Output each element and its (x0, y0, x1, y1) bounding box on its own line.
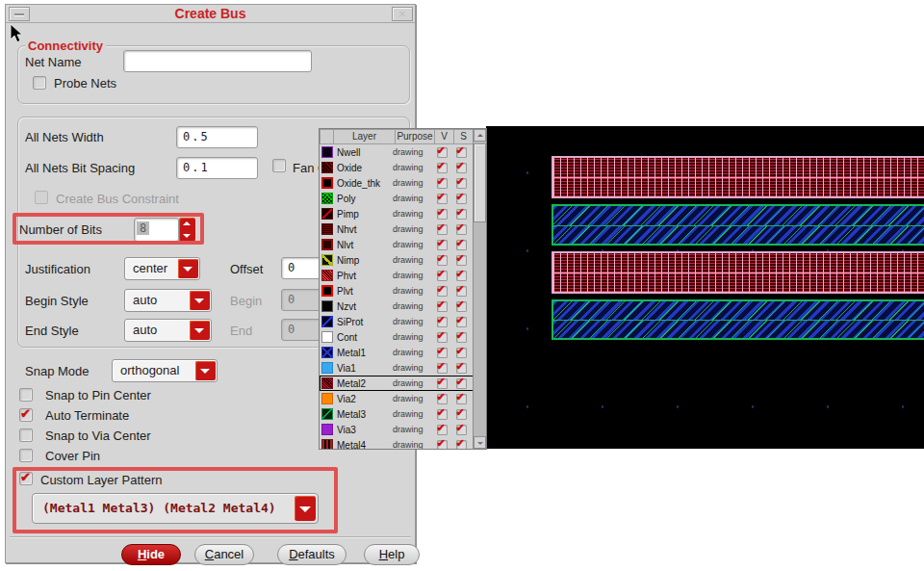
net-name-input[interactable] (123, 50, 312, 72)
snap-option-checkbox[interactable] (19, 408, 33, 422)
layer-row-via1[interactable]: Via1drawing (320, 360, 474, 376)
bus-bit[interactable] (553, 158, 924, 177)
layer-v-checkbox[interactable] (437, 240, 448, 250)
layer-row-plvt[interactable]: Plvtdrawing (320, 283, 474, 298)
layer-row-siprot[interactable]: SiProtdrawing (320, 314, 474, 329)
layer-v-checkbox[interactable] (437, 409, 448, 420)
layer-v-checkbox[interactable] (437, 286, 448, 297)
layer-s-checkbox[interactable] (456, 440, 467, 450)
bus-band-2[interactable] (552, 204, 924, 246)
pimp-swatch-icon[interactable] (321, 208, 333, 220)
chevron-down-icon[interactable] (195, 361, 216, 380)
begin-style-dropdown[interactable]: auto (124, 289, 212, 312)
header-corner-icon[interactable] (320, 129, 334, 144)
fan-checkbox[interactable] (272, 159, 286, 172)
all-nets-width-input[interactable]: 0.5 (176, 126, 258, 148)
layer-s-checkbox[interactable] (456, 240, 467, 250)
bus-band-1[interactable] (552, 156, 924, 198)
snap-option-checkbox[interactable] (19, 388, 33, 402)
header-purpose[interactable]: Purpose (396, 129, 435, 144)
scroll-up-icon[interactable] (474, 129, 486, 142)
justification-dropdown[interactable]: center (124, 257, 200, 280)
layer-row-cont[interactable]: Contdrawing (320, 329, 474, 345)
layer-s-checkbox[interactable] (456, 378, 467, 389)
bus-bit[interactable] (553, 177, 924, 196)
layer-v-checkbox[interactable] (437, 332, 448, 343)
layer-s-checkbox[interactable] (456, 163, 467, 173)
layer-row-metal1[interactable]: Metal1drawing (320, 345, 474, 360)
layer-v-checkbox[interactable] (437, 178, 448, 189)
end-style-dropdown[interactable]: auto (124, 319, 212, 342)
chevron-down-icon[interactable] (190, 321, 210, 340)
nlvt-swatch-icon[interactable] (321, 239, 333, 250)
layer-s-checkbox[interactable] (456, 271, 467, 281)
layer-v-checkbox[interactable] (437, 271, 448, 281)
layer-row-nimp[interactable]: Nimpdrawing (320, 252, 474, 268)
help-button[interactable]: Help (364, 544, 420, 565)
layer-s-checkbox[interactable] (456, 363, 467, 374)
layer-v-checkbox[interactable] (437, 163, 448, 173)
layer-s-checkbox[interactable] (456, 224, 467, 235)
layer-s-checkbox[interactable] (456, 425, 467, 435)
layer-s-checkbox[interactable] (456, 317, 467, 327)
layer-s-checkbox[interactable] (456, 147, 467, 158)
layer-row-metal2[interactable]: Metal2drawing (320, 376, 474, 391)
layer-row-poly[interactable]: Polydrawing (320, 191, 474, 206)
poly-swatch-icon[interactable] (321, 193, 333, 204)
via1-swatch-icon[interactable] (321, 362, 333, 374)
layer-s-checkbox[interactable] (456, 409, 467, 420)
bit-spacing-input[interactable]: 0.1 (176, 157, 258, 179)
layer-s-checkbox[interactable] (456, 255, 467, 266)
layer-v-checkbox[interactable] (437, 425, 448, 435)
layer-s-checkbox[interactable] (456, 348, 467, 358)
bus-band-4[interactable] (552, 299, 924, 340)
nimp-swatch-icon[interactable] (321, 254, 333, 266)
layer-row-nwell[interactable]: Nwelldrawing (320, 144, 474, 160)
oxide_thk-swatch-icon[interactable] (321, 177, 333, 189)
bus-bit[interactable] (553, 273, 924, 292)
chevron-down-icon[interactable] (190, 291, 210, 310)
scrollbar-thumb[interactable] (474, 143, 486, 222)
defaults-button[interactable]: Defaults (277, 544, 346, 565)
cont-swatch-icon[interactable] (321, 331, 333, 343)
bus-bit[interactable] (553, 301, 924, 320)
layer-row-oxide[interactable]: Oxidedrawing (320, 160, 474, 175)
layer-v-checkbox[interactable] (437, 317, 448, 327)
bus-bit[interactable] (553, 206, 924, 225)
header-v[interactable]: V (435, 129, 454, 144)
layout-canvas[interactable] (486, 126, 924, 449)
layer-s-checkbox[interactable] (456, 194, 467, 204)
snap-mode-dropdown[interactable]: orthogonal (112, 359, 218, 382)
cancel-button[interactable]: Cancel (194, 544, 254, 565)
scroll-down-icon[interactable] (474, 436, 486, 449)
layer-v-checkbox[interactable] (437, 394, 448, 404)
minimize-icon[interactable] (9, 7, 30, 21)
phvt-swatch-icon[interactable] (321, 270, 333, 281)
metal1-swatch-icon[interactable] (321, 347, 333, 358)
layer-v-checkbox[interactable] (437, 147, 448, 158)
layer-s-checkbox[interactable] (456, 286, 467, 297)
layer-v-checkbox[interactable] (437, 378, 448, 389)
layer-v-checkbox[interactable] (437, 301, 448, 312)
header-layer[interactable]: Layer (334, 129, 396, 144)
layer-s-checkbox[interactable] (456, 394, 467, 404)
layer-v-checkbox[interactable] (437, 348, 448, 358)
oxide-swatch-icon[interactable] (321, 162, 333, 173)
via2-swatch-icon[interactable] (321, 393, 333, 404)
layer-s-checkbox[interactable] (456, 209, 467, 220)
layer-v-checkbox[interactable] (437, 363, 448, 374)
layer-s-checkbox[interactable] (456, 301, 467, 312)
layer-row-phvt[interactable]: Phvtdrawing (320, 268, 474, 283)
bus-bit[interactable] (553, 320, 924, 338)
layer-v-checkbox[interactable] (437, 209, 448, 220)
layer-v-checkbox[interactable] (437, 255, 448, 266)
layer-row-nhvt[interactable]: Nhvtdrawing (320, 221, 474, 237)
layer-row-via3[interactable]: Via3drawing (320, 422, 474, 437)
layer-v-checkbox[interactable] (437, 224, 448, 235)
nhvt-swatch-icon[interactable] (321, 223, 333, 235)
nwell-swatch-icon[interactable] (321, 146, 333, 158)
layer-v-checkbox[interactable] (437, 440, 448, 450)
layer-row-metal4[interactable]: Metal4drawing (320, 437, 474, 449)
via3-swatch-icon[interactable] (321, 424, 333, 435)
layer-row-nzvt[interactable]: Nzvtdrawing (320, 298, 474, 314)
